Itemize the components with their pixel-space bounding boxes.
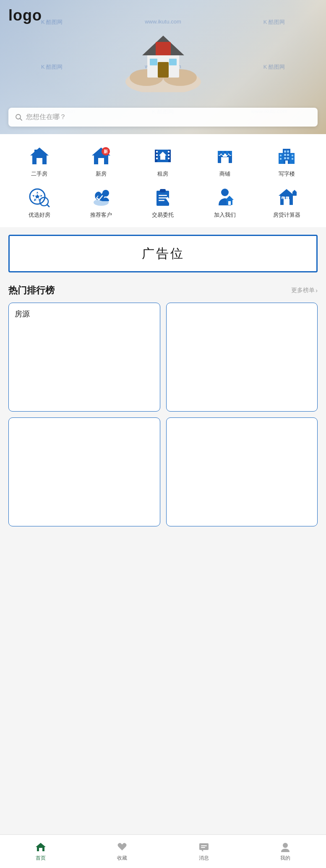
hot-card-3[interactable]: [8, 417, 160, 526]
recommend-label: 推荐客户: [90, 211, 112, 219]
svg-rect-45: [287, 157, 289, 159]
entrust-label: 交易委托: [152, 211, 174, 219]
svg-rect-81: [39, 848, 42, 851]
svg-rect-15: [98, 158, 104, 164]
hot-title: 热门排行榜: [8, 284, 55, 297]
watermark: K 酷图网: [263, 63, 285, 71]
svg-rect-40: [284, 150, 286, 153]
svg-rect-12: [37, 158, 42, 164]
search-icon: [15, 114, 23, 121]
svg-rect-24: [168, 151, 170, 153]
svg-text:x: x: [282, 197, 284, 200]
menu-item-office[interactable]: 写字楼: [256, 144, 318, 178]
favorite-nav-label: 收藏: [117, 855, 127, 862]
menu-item-entrust[interactable]: 交易委托: [132, 185, 194, 219]
shop-icon: [212, 144, 237, 168]
hot-header: 热门排行榜 更多榜单 ›: [8, 280, 318, 303]
nav-item-message[interactable]: 消息: [163, 841, 245, 862]
menu-item-shop[interactable]: 商铺: [194, 144, 256, 178]
menu-item-newhouse[interactable]: 新 新房: [70, 144, 132, 178]
rental-label: 租房: [157, 170, 168, 178]
svg-line-10: [20, 118, 22, 120]
recommend-icon: [89, 185, 114, 209]
svg-rect-25: [168, 154, 170, 156]
hot-more-button[interactable]: 更多榜单 ›: [291, 287, 318, 294]
hot-card-4[interactable]: [166, 417, 318, 526]
hero-house-illustration: [121, 17, 205, 92]
svg-rect-21: [156, 151, 158, 153]
nav-item-home[interactable]: 首页: [0, 841, 81, 862]
calc-label: 房贷计算器: [273, 211, 300, 219]
entrust-icon: [150, 185, 175, 209]
svg-rect-61: [159, 195, 167, 196]
menu-section: 二手房 新 新房: [0, 134, 326, 227]
svg-rect-7: [150, 59, 157, 65]
svg-text:+: +: [290, 197, 292, 200]
secondhand-label: 二手房: [31, 170, 47, 178]
svg-rect-82: [199, 843, 209, 850]
svg-rect-46: [280, 155, 282, 156]
svg-rect-5: [156, 42, 171, 55]
menu-item-calc[interactable]: x ÷ + 房贷计算器: [256, 185, 318, 219]
svg-marker-83: [201, 850, 203, 852]
svg-rect-47: [280, 158, 282, 160]
menu-item-premium[interactable]: 优选好房: [8, 185, 70, 219]
hot-card-2[interactable]: [166, 303, 318, 412]
ad-section: 广告位: [0, 227, 326, 280]
shop-label: 商铺: [219, 170, 230, 178]
svg-point-66: [221, 189, 229, 196]
search-bar[interactable]: 您想住在哪？: [8, 108, 318, 127]
svg-rect-60: [160, 189, 166, 192]
premium-label: 优选好房: [29, 211, 50, 219]
secondhand-icon: [27, 144, 52, 168]
rental-icon: [150, 144, 175, 168]
svg-rect-50: [285, 161, 288, 164]
menu-grid: 二手房 新 新房: [8, 144, 318, 219]
svg-rect-43: [287, 154, 289, 156]
watermark: K 酷图网: [41, 63, 63, 71]
home-nav-label: 首页: [36, 855, 46, 862]
watermark: K 酷图网: [41, 18, 63, 26]
svg-rect-8: [169, 59, 177, 65]
menu-item-secondhand[interactable]: 二手房: [8, 144, 70, 178]
hot-section: 热门排行榜 更多榜单 › 房源: [0, 280, 326, 535]
hero-section: K 酷图网 www.ikutu.com K 酷图网 K 酷图网 www.ikut…: [0, 0, 326, 134]
svg-rect-71: [284, 199, 289, 205]
newhouse-icon: 新: [89, 144, 114, 168]
favorite-nav-icon: [116, 841, 128, 853]
svg-rect-41: [287, 150, 289, 153]
svg-marker-78: [292, 190, 297, 192]
menu-item-join[interactable]: 加入我们: [194, 185, 256, 219]
premium-icon: [27, 185, 52, 209]
profile-nav-icon: [279, 841, 291, 853]
nav-item-profile[interactable]: 我的: [245, 841, 326, 862]
menu-item-recommend[interactable]: 推荐客户: [70, 185, 132, 219]
svg-rect-42: [284, 154, 286, 156]
nav-item-favorite[interactable]: 收藏: [81, 841, 163, 862]
office-label: 写字楼: [279, 170, 295, 178]
hot-more-label: 更多榜单: [291, 287, 315, 294]
svg-line-56: [47, 205, 49, 207]
svg-point-86: [283, 843, 288, 848]
svg-rect-36: [230, 151, 232, 155]
join-label: 加入我们: [214, 211, 236, 219]
menu-item-rental[interactable]: 租房: [132, 144, 194, 178]
svg-rect-35: [226, 151, 228, 155]
message-nav-label: 消息: [199, 855, 209, 862]
app-logo: logo: [8, 7, 42, 24]
svg-rect-62: [159, 197, 167, 199]
watermark: K 酷图网: [263, 18, 285, 26]
svg-rect-63: [159, 200, 164, 201]
ad-banner[interactable]: 广告位: [8, 235, 318, 272]
calc-icon: x ÷ +: [274, 185, 299, 209]
svg-rect-84: [201, 845, 207, 846]
search-placeholder: 您想住在哪？: [26, 113, 66, 122]
message-nav-icon: [198, 841, 210, 853]
hot-card-1[interactable]: 房源: [8, 303, 160, 412]
svg-text:新: 新: [104, 149, 108, 154]
svg-rect-48: [292, 155, 293, 156]
chevron-right-icon: ›: [316, 287, 318, 294]
svg-rect-26: [168, 158, 170, 159]
svg-rect-34: [222, 151, 224, 155]
ad-label: 广告位: [142, 245, 185, 262]
